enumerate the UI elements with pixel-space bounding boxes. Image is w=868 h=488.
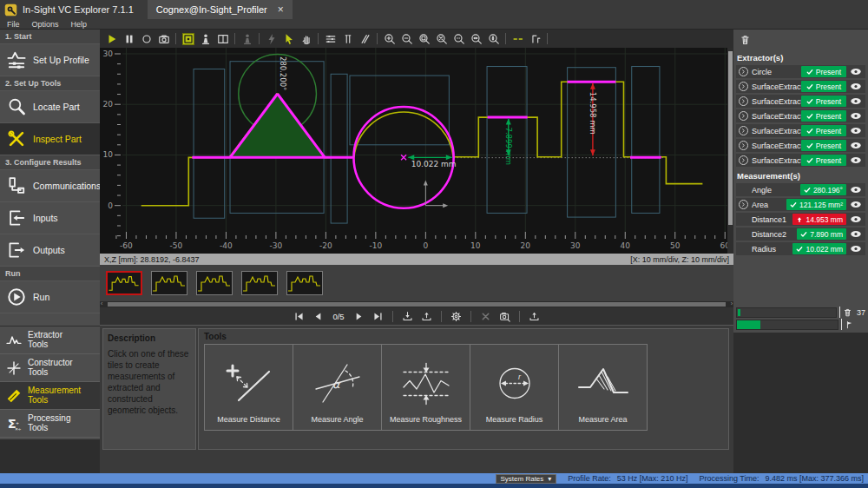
eye-icon[interactable] (850, 201, 864, 208)
eye-icon[interactable] (850, 112, 864, 120)
skew-lines-button[interactable] (357, 31, 373, 47)
menu-help[interactable]: Help (71, 20, 88, 29)
filmstrip-thumbnail[interactable] (106, 271, 142, 295)
sidebar-item-inspect-part[interactable]: Inspect Part (0, 123, 100, 155)
system-rates-dropdown[interactable]: System Rates ▾ (496, 474, 557, 484)
zoom-out-button[interactable] (398, 31, 415, 47)
palette-item-constructor-tools[interactable]: Constructor Tools (0, 354, 100, 382)
expand-chevron-icon[interactable] (739, 141, 748, 150)
sidebar-item-locate-part[interactable]: Locate Part (0, 91, 100, 123)
split-view-button[interactable] (214, 31, 231, 47)
sidebar-item-set-up-profile[interactable]: Set Up Profile (0, 44, 100, 76)
zoom-selection-button[interactable] (416, 31, 432, 47)
filmstrip-scrollbar[interactable]: ‹ › (100, 301, 733, 307)
measurement-row[interactable]: Angle280.196° (736, 183, 865, 196)
expand-chevron-icon[interactable] (739, 96, 748, 106)
camera-button[interactable] (155, 31, 172, 47)
sidebar-item-run[interactable]: Run (0, 281, 100, 313)
statue-button[interactable] (197, 31, 214, 47)
select-arrow-button[interactable] (280, 31, 297, 47)
expand-chevron-icon[interactable] (739, 155, 748, 165)
expand-chevron-icon[interactable] (739, 82, 748, 91)
eye-icon[interactable] (850, 215, 864, 223)
extractor-row[interactable]: SurfaceExtractor1_...Present (736, 139, 865, 152)
buffer-trash-icon[interactable] (843, 307, 854, 318)
eye-icon[interactable] (850, 68, 864, 76)
buffer-flag-icon[interactable] (845, 320, 856, 330)
play-button[interactable] (103, 31, 120, 47)
menu-options[interactable]: Options (32, 20, 59, 29)
graph-levels-button[interactable] (322, 31, 339, 47)
x-clear-button[interactable] (478, 309, 493, 323)
sidebar-item-outputs[interactable]: Outputs (0, 234, 100, 267)
eye-icon[interactable] (850, 230, 864, 238)
eye-icon[interactable] (850, 127, 864, 135)
ruler-dashes-button[interactable] (510, 31, 526, 47)
tool-tile-measure-angle[interactable]: αMeasure Angle (293, 344, 382, 431)
eye-icon[interactable] (850, 156, 864, 164)
delete-trash-icon[interactable] (737, 33, 753, 49)
eye-icon[interactable] (850, 142, 864, 149)
eye-icon[interactable] (850, 245, 864, 253)
camera-save-button[interactable] (497, 309, 512, 323)
filmstrip-thumbnail[interactable] (196, 271, 233, 295)
expand-chevron-icon[interactable] (739, 200, 748, 209)
buffer-track-1[interactable] (736, 307, 837, 318)
measurement-row[interactable]: Area121.125 mm² (736, 198, 865, 211)
sidebar-item-communications[interactable]: Communications (0, 170, 100, 202)
measurement-row[interactable]: Radius10.022 mm (736, 242, 865, 255)
tray-up-button[interactable] (527, 309, 542, 323)
buffer-track-2[interactable] (736, 320, 838, 330)
hscroll-thumb[interactable] (108, 302, 726, 307)
pan-hand-button[interactable] (298, 31, 314, 47)
extractor-row[interactable]: SurfaceExtractor1Present (736, 124, 865, 137)
zoom-width-button[interactable] (468, 31, 484, 47)
skip-start-button[interactable] (292, 309, 306, 323)
step-back-button[interactable] (311, 309, 326, 323)
palette-item-measurement-tools[interactable]: Measurement Tools (0, 382, 100, 410)
tab-close-icon[interactable]: × (278, 3, 284, 16)
extractor-row[interactable]: SurfaceExtractor2Present (736, 154, 865, 167)
gear-button[interactable] (449, 309, 464, 323)
expand-chevron-icon[interactable] (739, 126, 748, 135)
tool-tile-measure-roughness[interactable]: Measure Roughness (381, 344, 470, 431)
skip-end-button[interactable] (371, 309, 385, 323)
extractor-row[interactable]: SurfaceExtractorPresent (736, 80, 865, 93)
filmstrip-thumbnail[interactable] (151, 271, 187, 295)
extractor-row[interactable]: SurfaceExtractor_...Present (736, 109, 865, 122)
filmstrip-thumbnail[interactable] (286, 271, 323, 295)
measurement-row[interactable]: Distance114.953 mm (736, 213, 865, 226)
sidebar-item-inputs[interactable]: Inputs (0, 202, 100, 234)
zoom-fit-button[interactable] (433, 31, 450, 47)
tool-tile-measure-radius[interactable]: rMeasure Radius (470, 344, 559, 431)
angle-measure-button[interactable] (527, 31, 543, 47)
expand-chevron-icon[interactable] (739, 67, 748, 76)
palette-item-processing-tools[interactable]: Σ+×÷Processing Tools (0, 410, 100, 438)
statue-gray-button[interactable] (239, 31, 255, 47)
live-sensor-button[interactable] (180, 31, 196, 47)
trigger-button[interactable] (263, 31, 279, 47)
zoom-in-button[interactable] (381, 31, 398, 47)
scroll-right-icon[interactable]: › (731, 300, 733, 307)
zoom-height-button[interactable] (485, 31, 502, 47)
tool-tile-measure-area[interactable]: Measure Area (558, 344, 648, 431)
profile-chart[interactable]: 10.022 mm7.899 mm14.958 mm280.200°-60-50… (100, 48, 733, 254)
tray-down-button[interactable] (400, 309, 415, 323)
record-circle-button[interactable] (138, 31, 155, 47)
zoom-actual-button[interactable] (450, 31, 467, 47)
vscroll-thumb[interactable] (728, 51, 733, 225)
menu-file[interactable]: File (7, 20, 20, 29)
compare-bars-button[interactable] (339, 31, 356, 47)
chart-vertical-scrollbar[interactable] (727, 48, 733, 254)
eye-icon[interactable] (850, 186, 864, 194)
extractor-row[interactable]: SurfaceExtractor_...Present (736, 95, 865, 108)
filmstrip-thumbnail[interactable] (241, 271, 278, 295)
step-forward-button[interactable] (352, 309, 366, 323)
palette-item-extractor-tools[interactable]: Extractor Tools (0, 326, 100, 354)
pause-button[interactable] (121, 31, 137, 47)
document-tab[interactable]: Cognex@In-Sight_Profiler × (148, 0, 293, 19)
eye-icon[interactable] (850, 82, 864, 90)
scroll-left-icon[interactable]: ‹ (101, 300, 102, 307)
tool-tile-measure-distance[interactable]: Measure Distance (204, 344, 293, 431)
extractor-row[interactable]: CirclePresent (736, 65, 865, 78)
